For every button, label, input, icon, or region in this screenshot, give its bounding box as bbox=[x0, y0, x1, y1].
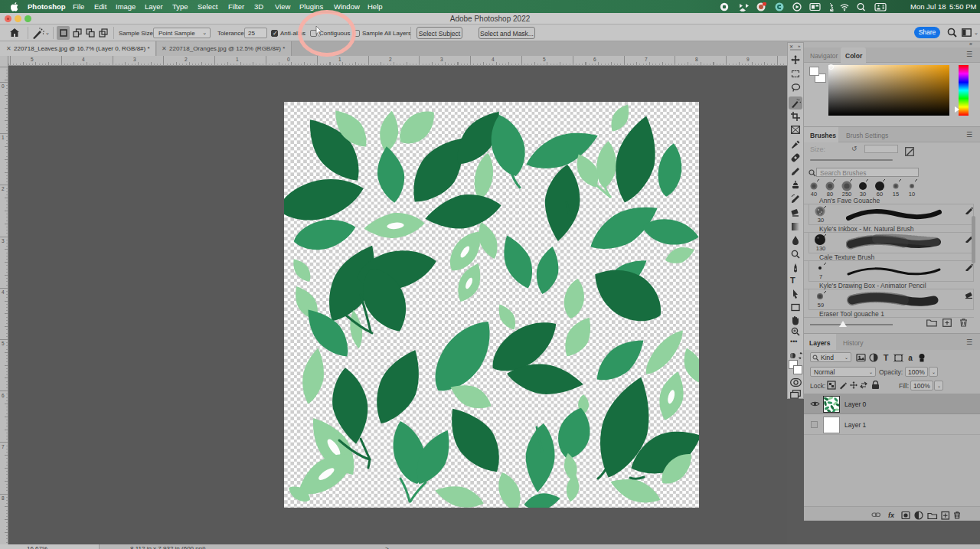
svg-text:T: T bbox=[884, 353, 889, 362]
svg-text:a: a bbox=[908, 354, 913, 362]
svg-text:fx: fx bbox=[888, 511, 895, 519]
